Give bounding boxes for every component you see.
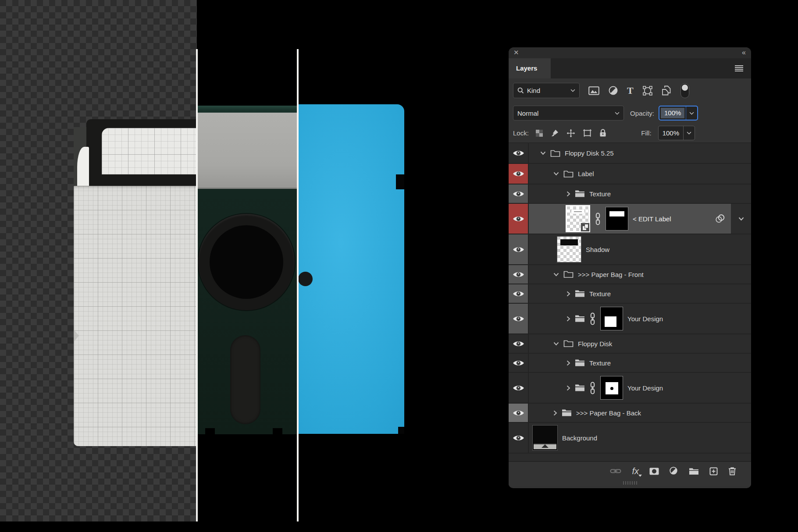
- expander-closed-icon[interactable]: [566, 316, 570, 322]
- collapse-panel-icon[interactable]: «: [742, 49, 745, 57]
- smart-object-thumbnail[interactable]: [566, 205, 590, 232]
- visibility-toggle[interactable]: [509, 404, 529, 422]
- layer-row[interactable]: >>> Paper Bag - Back: [509, 404, 751, 423]
- layer-row-main[interactable]: Shadow: [529, 234, 731, 264]
- filter-toggle-switch[interactable]: [680, 83, 689, 98]
- resize-grip[interactable]: [623, 481, 637, 485]
- visibility-toggle[interactable]: [509, 265, 529, 284]
- visibility-toggle[interactable]: [509, 373, 529, 403]
- new-group-icon[interactable]: [689, 468, 699, 475]
- delete-layer-icon[interactable]: [728, 467, 736, 475]
- eye-icon[interactable]: [513, 409, 524, 417]
- layer-mask-thumbnail[interactable]: [606, 207, 628, 231]
- layer-row[interactable]: Texture: [509, 184, 751, 204]
- layer-row[interactable]: Shadow: [509, 234, 751, 265]
- expander-closed-icon[interactable]: [566, 191, 570, 197]
- kind-filter-dropdown[interactable]: Kind: [513, 83, 580, 98]
- layer-row-main[interactable]: Background: [529, 423, 731, 453]
- eye-icon[interactable]: [513, 384, 524, 392]
- layer-row-main[interactable]: Your Design: [529, 304, 731, 333]
- eye-icon[interactable]: [513, 215, 524, 223]
- visibility-toggle[interactable]: [509, 143, 529, 163]
- eye-icon[interactable]: [513, 170, 524, 177]
- layer-row[interactable]: Floppy Disk: [509, 334, 751, 354]
- expander-open-icon[interactable]: [540, 151, 546, 155]
- layer-row[interactable]: Your Design: [509, 304, 751, 334]
- eye-icon[interactable]: [513, 434, 524, 442]
- eye-icon[interactable]: [513, 315, 524, 323]
- visibility-toggle[interactable]: [509, 334, 529, 353]
- expander-closed-icon[interactable]: [566, 291, 570, 297]
- fill-input[interactable]: 100%: [658, 126, 695, 140]
- lock-all-icon[interactable]: [599, 129, 606, 137]
- visibility-toggle[interactable]: [509, 184, 529, 203]
- mask-link-icon[interactable]: [589, 382, 596, 394]
- close-panel-icon[interactable]: ✕: [513, 49, 519, 56]
- layer-row[interactable]: Background: [509, 423, 751, 454]
- link-layers-icon[interactable]: [610, 468, 621, 474]
- layer-row[interactable]: Your Design: [509, 373, 751, 404]
- add-mask-icon[interactable]: [649, 468, 659, 475]
- lock-artboard-icon[interactable]: [583, 129, 592, 137]
- visibility-toggle[interactable]: [509, 234, 529, 264]
- chevron-down-icon[interactable]: [738, 217, 744, 221]
- panel-menu-icon[interactable]: [735, 65, 743, 71]
- eye-icon[interactable]: [513, 340, 524, 348]
- smart-object-filter-icon[interactable]: [662, 85, 671, 96]
- visibility-toggle[interactable]: [509, 164, 529, 184]
- visibility-toggle[interactable]: [509, 204, 529, 234]
- visibility-toggle[interactable]: [509, 284, 529, 303]
- eye-icon[interactable]: [513, 246, 524, 253]
- expander-open-icon[interactable]: [553, 342, 559, 346]
- visibility-toggle[interactable]: [509, 354, 529, 372]
- expander-open-icon[interactable]: [553, 273, 559, 277]
- expander-closed-icon[interactable]: [553, 410, 557, 416]
- pixel-layer-filter-icon[interactable]: [588, 86, 599, 95]
- layer-row-main[interactable]: Floppy Disk: [529, 334, 731, 353]
- background-thumbnail[interactable]: [532, 425, 558, 450]
- visibility-toggle[interactable]: [509, 304, 529, 333]
- layer-row-main[interactable]: Texture: [529, 284, 731, 303]
- layer-row[interactable]: Texture: [509, 354, 751, 373]
- new-layer-icon[interactable]: [709, 467, 718, 475]
- layer-style-fx-icon[interactable]: fx: [632, 467, 639, 475]
- lock-transparency-icon[interactable]: [535, 129, 543, 137]
- opacity-input[interactable]: 100%: [659, 106, 698, 121]
- lock-move-icon[interactable]: [566, 129, 575, 138]
- linked-circles-icon[interactable]: [714, 214, 726, 223]
- eye-icon[interactable]: [513, 271, 524, 278]
- expander-closed-icon[interactable]: [566, 360, 570, 366]
- layer-row-main[interactable]: < EDIT Label: [529, 204, 731, 234]
- mask-link-icon[interactable]: [595, 213, 601, 225]
- fill-dropdown-icon[interactable]: [684, 131, 695, 135]
- visibility-toggle[interactable]: [509, 423, 529, 453]
- layer-row[interactable]: >>> Paper Bag - Front: [509, 265, 751, 284]
- layer-row-main[interactable]: >>> Paper Bag - Front: [529, 265, 731, 284]
- blend-mode-dropdown[interactable]: Normal: [513, 106, 624, 121]
- opacity-dropdown-icon[interactable]: [686, 112, 697, 115]
- layer-row-main[interactable]: Texture: [529, 184, 731, 203]
- eye-icon[interactable]: [513, 290, 524, 298]
- eye-icon[interactable]: [513, 190, 524, 198]
- expander-open-icon[interactable]: [553, 172, 559, 176]
- layer-row[interactable]: Floppy Disk 5.25: [509, 143, 751, 164]
- layer-row-main[interactable]: Floppy Disk 5.25: [529, 143, 731, 163]
- layer-row[interactable]: Label: [509, 164, 751, 184]
- eye-icon[interactable]: [513, 149, 524, 157]
- shape-layer-filter-icon[interactable]: [643, 86, 652, 96]
- layer-row-main[interactable]: Texture: [529, 354, 731, 372]
- tab-layers[interactable]: Layers: [509, 58, 551, 78]
- layer-row-main[interactable]: Label: [529, 164, 731, 184]
- layer-row[interactable]: < EDIT Label: [509, 204, 751, 234]
- new-adjustment-icon[interactable]: [670, 467, 678, 475]
- layer-mask-thumbnail[interactable]: [600, 376, 623, 400]
- layer-row[interactable]: Texture: [509, 284, 751, 304]
- adjustment-layer-filter-icon[interactable]: [609, 86, 618, 95]
- layer-mask-thumbnail[interactable]: [600, 307, 623, 330]
- expander-closed-icon[interactable]: [566, 385, 570, 391]
- eye-icon[interactable]: [513, 359, 524, 367]
- layer-thumbnail[interactable]: [557, 236, 581, 262]
- layer-row-main[interactable]: Your Design: [529, 373, 731, 403]
- lock-paint-icon[interactable]: [551, 129, 559, 137]
- type-layer-filter-icon[interactable]: T: [627, 86, 634, 95]
